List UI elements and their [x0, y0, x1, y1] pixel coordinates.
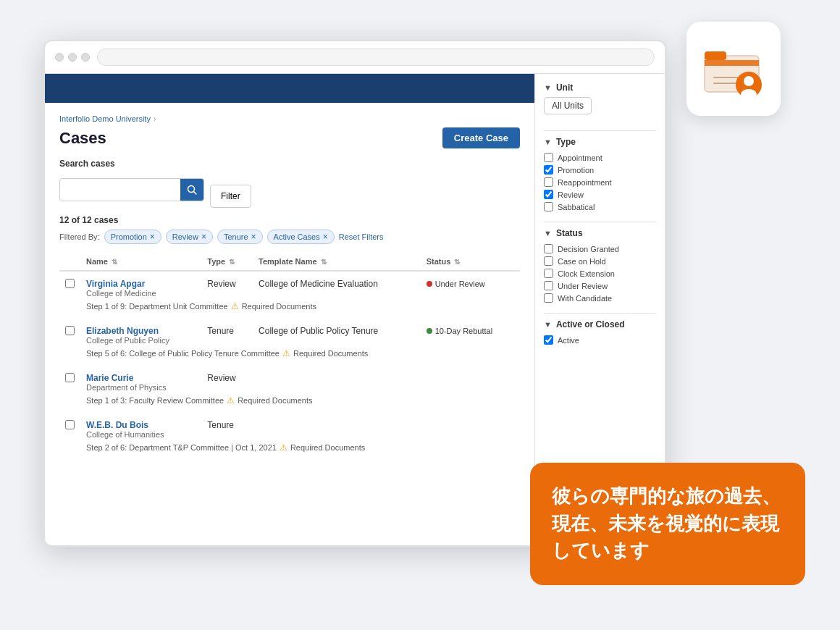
checkbox-promotion[interactable]: [544, 165, 553, 175]
checkbox-reappointment[interactable]: [544, 177, 553, 187]
all-units-button[interactable]: All Units: [544, 97, 592, 114]
remove-promotion-filter[interactable]: ×: [150, 232, 155, 242]
warning-icon-2: ⚠: [282, 348, 290, 358]
row2-checkbox[interactable]: [65, 326, 75, 335]
case-type-2: Tenure: [207, 326, 234, 336]
candidate-name-3[interactable]: Marie Curie: [86, 373, 196, 383]
table-header-checkbox: [59, 253, 80, 271]
active-closed-section-header[interactable]: ▼ Active or Closed: [544, 319, 656, 329]
unit-section-header[interactable]: ▼ Unit: [544, 83, 656, 93]
table-header: Name ⇅ Type ⇅ Template Name ⇅: [59, 253, 520, 271]
create-case-button[interactable]: Create Case: [442, 127, 520, 148]
filter-divider-1: [544, 130, 656, 131]
table-row: W.E.B. Du Bois College of Humanities Ten…: [59, 413, 520, 442]
folder-icon-card: [686, 22, 781, 116]
speech-bubble-text: 彼らの専門的な旅の過去、現在、未来を視覚的に表現しています: [552, 483, 784, 565]
browser-chrome: [45, 41, 665, 74]
reset-filters-link[interactable]: Reset Filters: [339, 232, 384, 241]
type-section-header[interactable]: ▼ Type: [544, 137, 656, 147]
results-count: 12 of 12 cases: [59, 215, 520, 225]
checkbox-decision-granted[interactable]: [544, 244, 553, 253]
checkbox-appointment[interactable]: [544, 153, 553, 162]
page-title: Cases: [59, 129, 106, 148]
table-header-template[interactable]: Template Name ⇅: [253, 253, 421, 271]
search-button[interactable]: [180, 178, 203, 201]
row1-checkbox[interactable]: [65, 279, 75, 288]
case-type-3: Review: [207, 373, 235, 383]
warning-icon-4: ⚠: [280, 442, 287, 453]
status-sort-icon: ⇅: [454, 258, 460, 266]
filter-section-active-closed: ▼ Active or Closed Active: [544, 319, 656, 346]
template-1: College of Medicine Evaluation: [259, 279, 378, 289]
filter-tag-promotion[interactable]: Promotion ×: [104, 230, 161, 244]
speech-bubble: 彼らの専門的な旅の過去、現在、未来を視覚的に表現しています: [530, 463, 805, 585]
candidate-name-4[interactable]: W.E.B. Du Bois: [86, 420, 196, 430]
main-panel: Interfolio Demo University › Cases Creat…: [45, 74, 534, 545]
checkbox-with-candidate[interactable]: [544, 293, 553, 303]
table-body: Virginia Apgar College of Medicine Revie…: [59, 271, 520, 460]
active-closed-chevron-icon: ▼: [544, 320, 552, 329]
breadcrumb-university[interactable]: Interfolio Demo University: [59, 114, 151, 123]
filter-option-clock-extension: Clock Extension: [544, 267, 656, 280]
checkbox-clock-extension[interactable]: [544, 269, 553, 278]
filter-option-active: Active: [544, 334, 656, 346]
filter-option-appointment: Appointment: [544, 151, 656, 164]
browser-dot-2: [68, 53, 77, 62]
candidate-unit-1: College of Medicine: [86, 289, 196, 298]
name-sort-icon: ⇅: [112, 258, 117, 266]
filter-tag-tenure[interactable]: Tenure ×: [217, 230, 263, 244]
filter-button[interactable]: Filter: [210, 185, 251, 208]
checkbox-under-review[interactable]: [544, 281, 553, 290]
search-icon: [187, 185, 197, 195]
candidate-name-2[interactable]: Elizabeth Nguyen: [86, 326, 196, 336]
filter-option-sabbatical: Sabbatical: [544, 201, 656, 213]
page-content: Interfolio Demo University › Cases Creat…: [45, 103, 534, 471]
filter-tag-active-cases[interactable]: Active Cases ×: [267, 230, 335, 244]
warning-icon-3: ⚠: [227, 395, 235, 406]
svg-rect-3: [705, 51, 726, 60]
step-info-4: Step 2 of 6: Department T&P Committee | …: [86, 442, 514, 453]
type-sort-icon: ⇅: [229, 258, 235, 266]
browser-dot-3: [81, 53, 90, 62]
candidate-unit-4: College of Humanities: [86, 430, 196, 439]
search-input[interactable]: [60, 185, 180, 195]
filter-tags-row: Filtered By: Promotion × Review × Tenure…: [59, 230, 520, 244]
filter-section-unit: ▼ Unit All Units: [544, 83, 656, 122]
filter-option-under-review: Under Review: [544, 280, 656, 292]
search-wrap: Search cases: [59, 159, 520, 208]
table-row-step: Step 2 of 6: Department T&P Committee | …: [59, 442, 520, 460]
remove-tenure-filter[interactable]: ×: [251, 232, 256, 242]
checkbox-active[interactable]: [544, 335, 553, 345]
filter-section-status: ▼ Status Decision Granted Case on Hold C…: [544, 228, 656, 304]
type-chevron-icon: ▼: [544, 138, 552, 146]
filter-tag-review[interactable]: Review ×: [166, 230, 213, 244]
filter-option-reappointment: Reappointment: [544, 176, 656, 188]
status-badge-2: 10-Day Rebuttal: [427, 327, 493, 335]
candidate-name-1[interactable]: Virginia Apgar: [86, 279, 196, 289]
table-header-name[interactable]: Name ⇅: [80, 253, 201, 271]
table-header-status[interactable]: Status ⇅: [421, 253, 520, 271]
checkbox-review[interactable]: [544, 190, 553, 199]
template-sort-icon: ⇅: [321, 258, 327, 266]
checkbox-sabbatical[interactable]: [544, 202, 553, 211]
table-row-step: Step 5 of 6: College of Public Policy Te…: [59, 348, 520, 366]
status-chevron-icon: ▼: [544, 229, 552, 238]
breadcrumb-separator: ›: [154, 115, 156, 123]
filter-by-label: Filtered By:: [59, 232, 100, 241]
checkbox-case-on-hold[interactable]: [544, 256, 553, 266]
status-badge-1: Under Review: [427, 280, 485, 288]
search-input-inner: [59, 178, 204, 201]
table-header-type[interactable]: Type ⇅: [201, 253, 253, 271]
remove-active-cases-filter[interactable]: ×: [323, 232, 328, 242]
status-section-header[interactable]: ▼ Status: [544, 228, 656, 238]
breadcrumb: Interfolio Demo University ›: [59, 114, 520, 123]
row3-checkbox[interactable]: [65, 373, 75, 382]
status-dot-1: [427, 281, 432, 287]
filter-option-case-on-hold: Case on Hold: [544, 255, 656, 267]
svg-line-1: [194, 192, 197, 195]
row4-checkbox[interactable]: [65, 420, 75, 429]
unit-chevron-icon: ▼: [544, 83, 552, 92]
cases-table: Name ⇅ Type ⇅ Template Name ⇅: [59, 253, 520, 460]
remove-review-filter[interactable]: ×: [201, 232, 206, 242]
svg-rect-4: [705, 60, 759, 66]
